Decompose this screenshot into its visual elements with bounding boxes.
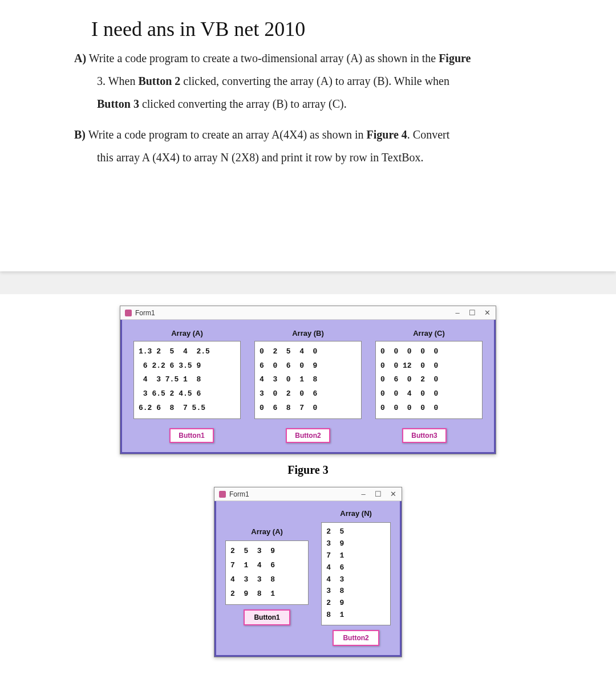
- part-b-line1-pre: Write a code program to create an array …: [86, 128, 367, 141]
- figure4-button2[interactable]: Button2: [333, 630, 379, 646]
- part-b-line1-post: . Convert: [407, 128, 449, 141]
- part-b-label: B): [74, 128, 86, 141]
- maximize-icon[interactable]: ☐: [374, 490, 382, 498]
- minimize-icon[interactable]: –: [453, 308, 461, 317]
- figure4-window: Form1 – ☐ ✕ Array (A) 2 5 3 9 7 1 4 6 4 …: [214, 487, 402, 657]
- part-a-line2-mid: clicked, converting the array (A) to arr…: [180, 75, 449, 87]
- form-icon: [125, 310, 132, 316]
- close-icon[interactable]: ✕: [389, 490, 397, 498]
- part-a-line2-pre: 3. When: [97, 75, 138, 87]
- titlebar: Form1 – ☐ ✕: [120, 306, 496, 320]
- figure3-caption: Figure 3: [287, 463, 328, 477]
- figure4-array-a-block: Array (A) 2 5 3 9 7 1 4 6 4 3 3 8 2 9 8 …: [225, 509, 309, 625]
- titlebar: Form1 – ☐ ✕: [214, 487, 402, 501]
- part-a-line1: Write a code program to create a two-dim…: [86, 52, 439, 64]
- array-a-values: 1.3 2 5 4 2.5 6 2.2 6 3.5 9 4 3 7.5 1 8 …: [133, 341, 241, 419]
- button2[interactable]: Button2: [286, 428, 330, 443]
- form-title: Form1: [229, 490, 249, 498]
- part-b-line2: this array A (4X4) to array N (2X8) and …: [97, 151, 424, 164]
- button1[interactable]: Button1: [169, 428, 213, 443]
- button3[interactable]: Button3: [402, 428, 446, 443]
- figure4-array-n-title: Array (N): [340, 509, 372, 518]
- array-a-block: Array (A) 1.3 2 5 4 2.5 6 2.2 6 3.5 9 4 …: [133, 329, 241, 419]
- array-c-block: Array (C) 0 0 0 0 0 0 0 12 0 0 0 6 0 2 0…: [375, 329, 483, 419]
- part-b-figure4: Figure 4: [367, 128, 407, 141]
- figure4-array-a-values: 2 5 3 9 7 1 4 6 4 3 3 8 2 9 8 1: [225, 540, 309, 605]
- array-b-block: Array (B) 0 2 5 4 0 6 0 6 0 9 4 3 0 1 8 …: [254, 329, 362, 419]
- figure3-window: Form1 – ☐ ✕ Array (A) 1.3 2 5 4 2.5 6 2.…: [120, 306, 496, 454]
- close-icon[interactable]: ✕: [483, 308, 491, 317]
- array-c-values: 0 0 0 0 0 0 0 12 0 0 0 6 0 2 0 0 0 4 0 0…: [375, 341, 483, 419]
- form-icon: [219, 491, 226, 498]
- part-a-button2: Button 2: [138, 75, 180, 87]
- figure4-array-n-values: 2 5 3 9 7 1 4 6 4 3 3 8 2 9 8 1: [321, 522, 391, 625]
- part-a-label: A): [74, 52, 86, 64]
- page-title: I need ans in VB net 2010: [23, 17, 593, 47]
- figure4-button1[interactable]: Button1: [244, 609, 290, 625]
- array-c-title: Array (C): [413, 329, 445, 338]
- part-a-line3-post: clicked converting the array (B) to arra…: [139, 97, 347, 110]
- array-a-title: Array (A): [171, 329, 203, 338]
- question-body: A) Write a code program to create a two-…: [23, 47, 593, 169]
- part-a-figure-word: Figure: [439, 52, 471, 64]
- figure4-array-n-block: Array (N) 2 5 3 9 7 1 4 6 4 3 3 8 2 9 8 …: [321, 509, 391, 645]
- part-a-button3: Button 3: [97, 97, 139, 110]
- maximize-icon[interactable]: ☐: [468, 308, 476, 317]
- array-b-title: Array (B): [292, 329, 324, 338]
- array-b-values: 0 2 5 4 0 6 0 6 0 9 4 3 0 1 8 3 0 2 0 6 …: [254, 341, 362, 419]
- minimize-icon[interactable]: –: [359, 490, 367, 498]
- form-title: Form1: [135, 309, 155, 317]
- figure4-array-a-title: Array (A): [251, 527, 283, 536]
